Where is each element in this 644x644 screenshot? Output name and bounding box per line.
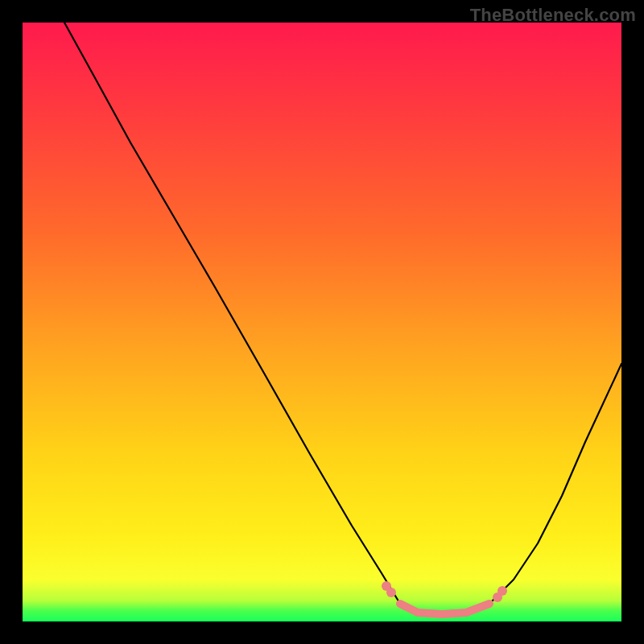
optimal-zone-start-dot-2 xyxy=(386,588,396,597)
watermark-text: TheBottleneck.com xyxy=(470,5,636,26)
bottleneck-curve-line xyxy=(64,23,621,614)
optimal-zone-end-dot-2 xyxy=(497,586,507,596)
optimal-zone-highlight xyxy=(400,604,489,614)
chart-frame: TheBottleneck.com xyxy=(0,0,644,644)
curve-layer xyxy=(23,23,621,621)
plot-area xyxy=(23,23,621,621)
